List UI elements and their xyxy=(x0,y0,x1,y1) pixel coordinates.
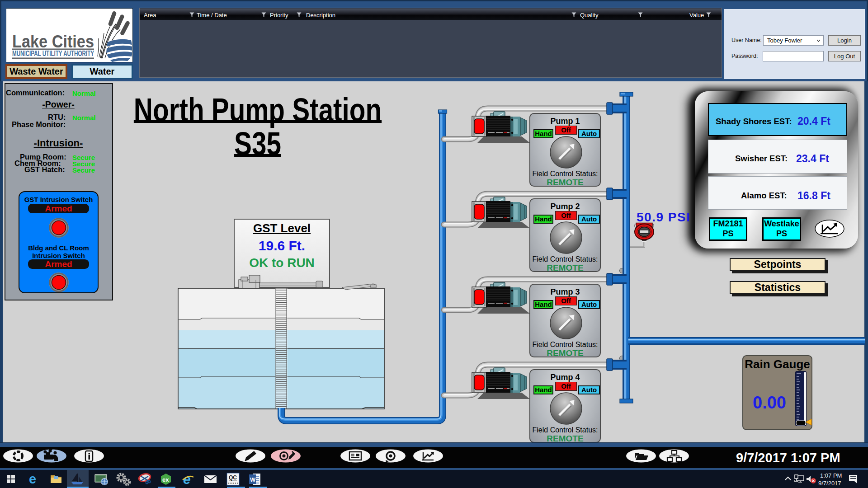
svg-text:1:07 PM: 1:07 PM xyxy=(820,472,842,479)
svg-text:MUNICIPAL UTILITY AUTHORITY: MUNICIPAL UTILITY AUTHORITY xyxy=(12,49,94,58)
svg-text:ex: ex xyxy=(162,476,169,483)
svg-text:QC: QC xyxy=(229,474,237,481)
svg-text:9/7/2017: 9/7/2017 xyxy=(818,480,841,487)
svg-text:e: e xyxy=(29,472,36,486)
svg-text:Lake Cities: Lake Cities xyxy=(12,32,94,51)
svg-text:W: W xyxy=(250,476,256,483)
